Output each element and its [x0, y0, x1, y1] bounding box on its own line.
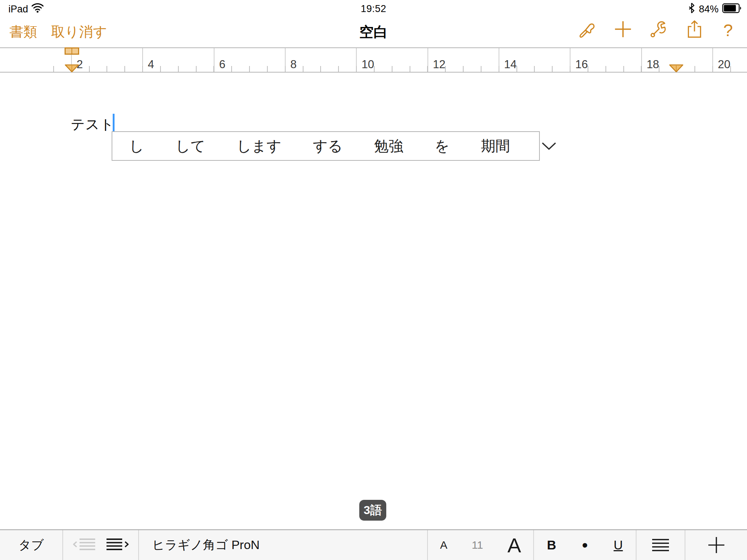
- status-bar: iPad 19:52 84%: [0, 0, 747, 16]
- help-button[interactable]: ?: [717, 18, 739, 42]
- ruler-number: 8: [290, 58, 297, 71]
- font-size-controls: A 11 A: [427, 530, 533, 560]
- indent-icon: [105, 537, 129, 552]
- word-count-badge: 3語: [359, 500, 386, 521]
- status-right: 84%: [688, 3, 742, 16]
- ruler-number: 18: [647, 58, 659, 71]
- battery-percent-label: 84%: [699, 4, 719, 15]
- suggestion-candidate[interactable]: します: [237, 136, 282, 156]
- suggestion-candidate[interactable]: する: [313, 136, 343, 156]
- suggestion-candidate[interactable]: 期間: [481, 136, 510, 156]
- text-style-controls: B • U: [533, 530, 636, 560]
- ruler-number: 6: [219, 58, 225, 71]
- right-indent-marker[interactable]: [669, 64, 684, 73]
- bluetooth-icon: [688, 3, 695, 16]
- share-icon: [685, 20, 704, 40]
- paintbrush-icon: [578, 20, 597, 40]
- question-mark-icon: ?: [723, 20, 733, 40]
- plus-icon: [707, 536, 725, 554]
- alignment-button[interactable]: [636, 530, 685, 560]
- keyboard-shortcut-toolbar: タブ: [0, 529, 747, 560]
- suggestion-candidate[interactable]: して: [175, 136, 205, 156]
- decrease-indent-button[interactable]: [73, 537, 97, 553]
- document-title: 空白: [0, 22, 747, 42]
- share-button[interactable]: [684, 18, 705, 42]
- ruler-number: 16: [575, 58, 588, 71]
- text-cursor: [113, 114, 115, 131]
- outdent-icon: [73, 537, 97, 552]
- tools-button[interactable]: [648, 18, 670, 42]
- pages-app-screen: iPad 19:52 84%: [0, 0, 747, 560]
- justify-icon: [651, 538, 670, 552]
- document-text[interactable]: テスト: [71, 115, 115, 134]
- current-font-label: ヒラギノ角ゴ ProN: [138, 530, 427, 560]
- decrease-font-size-button[interactable]: A: [440, 539, 447, 551]
- battery-icon: [722, 3, 742, 16]
- ruler-number: 12: [433, 58, 445, 71]
- nav-toolbar: 書類 取り消す 空白: [0, 16, 747, 48]
- suggestions-expand-button[interactable]: [541, 142, 557, 151]
- ruler[interactable]: 2468101214161820: [0, 47, 747, 73]
- suggestion-candidate[interactable]: を: [435, 136, 450, 156]
- indent-controls: [62, 530, 138, 560]
- bold-button[interactable]: B: [547, 538, 556, 552]
- tab-button[interactable]: タブ: [0, 530, 62, 560]
- ruler-number: 20: [718, 58, 730, 71]
- ruler-number: 4: [148, 58, 154, 71]
- font-size-value: 11: [472, 539, 483, 551]
- ruler-number: 10: [361, 58, 374, 71]
- ruler-number: 14: [504, 58, 516, 71]
- first-line-indent-marker[interactable]: [65, 47, 79, 55]
- clock: 19:52: [0, 3, 747, 15]
- suggestion-candidate[interactable]: 勉強: [374, 136, 403, 156]
- format-brush-button[interactable]: [576, 18, 598, 42]
- list-bullet-button[interactable]: •: [582, 541, 588, 549]
- suggestion-candidate[interactable]: し: [129, 136, 144, 156]
- increase-indent-button[interactable]: [105, 537, 129, 553]
- wrench-icon: [649, 20, 668, 40]
- underline-button[interactable]: U: [614, 538, 623, 552]
- left-indent-marker[interactable]: [65, 64, 79, 73]
- chevron-down-icon: [541, 142, 557, 151]
- input-suggestion-bar: ししてしますする勉強を期間: [112, 131, 540, 161]
- plus-icon: [614, 20, 632, 40]
- ruler-minor-ticks: [53, 66, 747, 72]
- insert-button[interactable]: [612, 18, 634, 42]
- insert-object-button[interactable]: [685, 530, 747, 560]
- increase-font-size-button[interactable]: A: [507, 533, 521, 557]
